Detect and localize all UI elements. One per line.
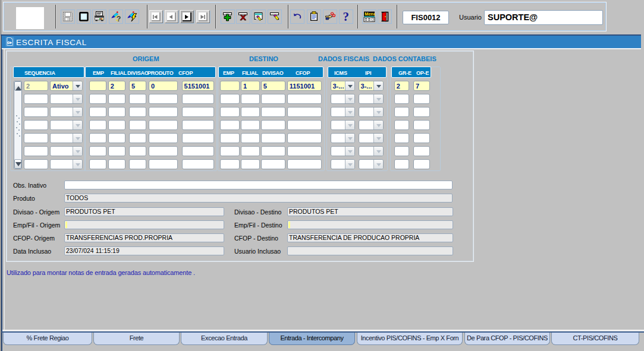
svg-text:?: ? (343, 11, 350, 23)
svg-text:Menu: Menu (365, 11, 375, 17)
svg-text:?: ? (117, 15, 121, 23)
